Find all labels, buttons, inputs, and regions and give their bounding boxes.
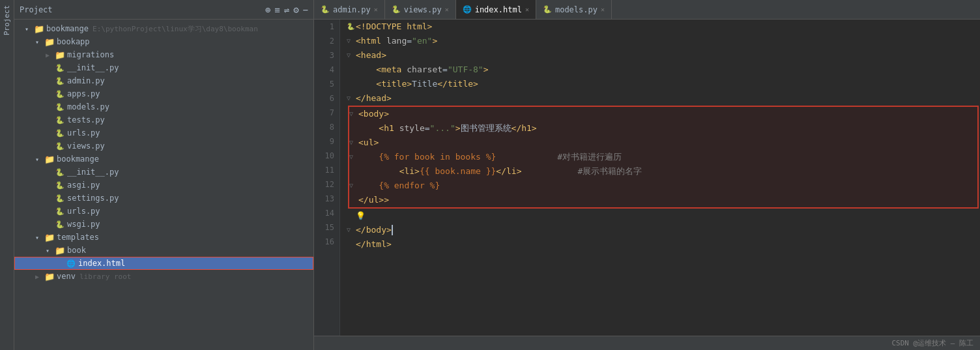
- code-content[interactable]: 🐍 <!DOCTYPE html> ▽ <html lang="en"> ▽ <…: [340, 20, 980, 336]
- tree-item-admin[interactable]: 🐍 admin.py: [14, 74, 313, 87]
- file-tree: ▾ 📁 bookmange E:\pythonProject\linux学习\d…: [14, 20, 313, 350]
- tree-label-admin: admin.py: [67, 76, 105, 85]
- tree-item-wsgi[interactable]: 🐍 wsgi.py: [14, 218, 313, 231]
- tree-item-venv[interactable]: ▶ 📁 venv library root: [14, 270, 313, 283]
- tab-bar: 🐍 admin.py ✕ 🐍 views.py ✕ 🌐 index.html ✕…: [314, 0, 980, 20]
- ln-12: 12: [317, 177, 334, 192]
- left-tab-label[interactable]: Project: [3, 0, 11, 40]
- code-text-15: </body>: [356, 223, 392, 237]
- code-text-16: </html>: [356, 237, 392, 252]
- code-indent-11: [358, 164, 399, 179]
- code-text-8a: <h1: [379, 121, 399, 136]
- code-line-7: ▽ <body>: [349, 107, 977, 121]
- code-indent-8: [358, 121, 379, 136]
- tree-item-init-bookapp[interactable]: 🐍 __init__.py: [14, 61, 313, 74]
- fold-10[interactable]: ▽: [349, 150, 358, 164]
- code-line-16: </html>: [347, 237, 980, 252]
- tree-item-book[interactable]: ▾ 📁 book: [14, 244, 313, 257]
- code-text-6: </head>: [356, 91, 392, 106]
- code-text-2e: >: [432, 34, 437, 48]
- settings-icon[interactable]: ⚙: [293, 5, 298, 15]
- ln-4: 4: [317, 63, 334, 77]
- code-text-8e: >: [455, 121, 461, 136]
- fold-4: [347, 63, 356, 77]
- tree-label-wsgi: wsgi.py: [67, 220, 100, 229]
- code-line-15: ▽ </body>: [347, 223, 980, 237]
- bulb-icon[interactable]: 💡: [356, 209, 366, 223]
- new-file-icon[interactable]: ⊕: [265, 5, 270, 15]
- tree-item-apps[interactable]: 🐍 apps.py: [14, 87, 313, 100]
- tree-item-bookapp[interactable]: ▾ 📁 bookapp: [14, 35, 313, 48]
- tree-label-templates: templates: [57, 233, 99, 242]
- fold-3[interactable]: ▽: [347, 48, 356, 63]
- code-line-11: <li>{{ book.name }}</li> #展示书籍的名字: [349, 164, 977, 179]
- ln-2: 2: [317, 34, 334, 48]
- collapse-icon[interactable]: ≡: [274, 5, 280, 15]
- tab-label-admin: admin.py: [333, 5, 371, 14]
- tab-close-admin[interactable]: ✕: [374, 6, 378, 13]
- tab-close-models[interactable]: ✕: [601, 6, 605, 13]
- code-text-2c: =: [407, 34, 412, 48]
- tree-item-settings[interactable]: 🐍 settings.py: [14, 192, 313, 205]
- code-indent-10: [358, 150, 379, 164]
- code-indent-4: [356, 63, 376, 77]
- code-text-4e: >: [483, 63, 489, 77]
- tree-item-tests[interactable]: 🐍 tests.py: [14, 113, 313, 126]
- fold-2[interactable]: ▽: [347, 34, 356, 48]
- fold-1[interactable]: 🐍: [347, 20, 356, 34]
- tree-item-bookmange[interactable]: ▾ 📁 bookmange: [14, 153, 313, 166]
- tree-label-bookapp: bookapp: [57, 37, 90, 46]
- code-editor: 🐍 admin.py ✕ 🐍 views.py ✕ 🌐 index.html ✕…: [314, 0, 980, 350]
- tree-item-root[interactable]: ▾ 📁 bookmange E:\pythonProject\linux学习\d…: [14, 22, 313, 35]
- folder-bookmange-icon: 📁: [44, 154, 55, 164]
- code-line-3: ▽ <head>: [347, 48, 980, 63]
- tab-icon-index: 🌐: [463, 5, 472, 14]
- fold-8: [349, 121, 358, 136]
- tab-close-views[interactable]: ✕: [445, 6, 449, 13]
- tree-item-urls-bookmange[interactable]: 🐍 urls.py: [14, 205, 313, 218]
- tree-item-models-bookapp[interactable]: 🐍 models.py: [14, 100, 313, 113]
- code-text-13: </ul>>: [358, 193, 389, 207]
- ln-11: 11: [317, 163, 334, 177]
- ln-5: 5: [317, 77, 334, 91]
- tab-label-models: models.py: [555, 5, 598, 14]
- tree-item-urls-bookapp[interactable]: 🐍 urls.py: [14, 126, 313, 139]
- tab-admin-py[interactable]: 🐍 admin.py ✕: [314, 0, 385, 19]
- fold-9[interactable]: ▽: [349, 136, 358, 150]
- py-icon-views: 🐍: [55, 142, 65, 151]
- code-comment-11: #展示书籍的名字: [578, 164, 642, 179]
- minimize-icon[interactable]: −: [303, 5, 308, 15]
- fold-15[interactable]: ▽: [347, 223, 356, 237]
- tab-views-py[interactable]: 🐍 views.py ✕: [385, 0, 456, 19]
- tab-index-html[interactable]: 🌐 index.html ✕: [456, 0, 536, 19]
- tree-item-init-bookmange[interactable]: 🐍 __init__.py: [14, 166, 313, 179]
- fold-5: [347, 77, 356, 91]
- tree-item-index-html[interactable]: 🌐 index.html: [14, 257, 313, 270]
- tree-label-settings: settings.py: [67, 194, 119, 203]
- code-indent-12: [358, 179, 379, 193]
- left-project-tab[interactable]: Project: [0, 0, 14, 350]
- code-text-8g: </h1>: [512, 121, 537, 136]
- status-text: CSDN @运维技术 – 陈工: [891, 338, 973, 348]
- fold-7[interactable]: ▽: [349, 107, 358, 121]
- ln-15: 15: [317, 220, 334, 235]
- code-line-9: ▽ <ul>: [349, 136, 977, 150]
- code-text-3: <head>: [356, 48, 386, 63]
- code-text-8c: =: [425, 121, 430, 136]
- tree-item-migrations[interactable]: ▶ 📁 migrations: [14, 48, 313, 61]
- folder-book-icon: 📁: [55, 246, 65, 255]
- tree-label-bookmange: bookmange: [57, 154, 99, 164]
- ln-14: 14: [317, 206, 334, 220]
- tab-models-py[interactable]: 🐍 models.py ✕: [536, 0, 612, 19]
- ln-1: 1: [317, 20, 334, 34]
- fold-6[interactable]: ▽: [347, 91, 356, 106]
- code-line-12: ▽ {% endfor %}: [349, 179, 977, 193]
- tree-item-views-bookapp[interactable]: 🐍 views.py: [14, 139, 313, 153]
- tree-item-templates[interactable]: ▾ 📁 templates: [14, 231, 313, 244]
- sidebar-toolbar: ⊕ ≡ ⇌ ⚙ −: [265, 5, 308, 15]
- code-area: 1 2 3 4 5 6 7 8 9 10 11 12 13 14 15 16 🐍…: [314, 20, 980, 336]
- fold-12[interactable]: ▽: [349, 179, 358, 193]
- expand-icon[interactable]: ⇌: [284, 5, 289, 15]
- tab-close-index[interactable]: ✕: [525, 6, 529, 13]
- tree-item-asgi[interactable]: 🐍 asgi.py: [14, 179, 313, 192]
